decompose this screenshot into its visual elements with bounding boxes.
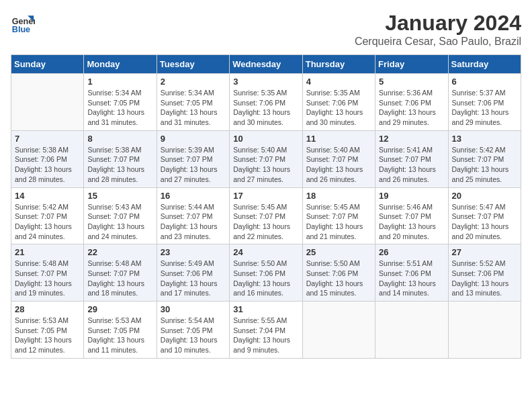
day-number: 11	[306, 134, 371, 144]
day-info: Sunrise: 5:35 AMSunset: 7:06 PMDaylight:…	[306, 88, 371, 128]
day-number: 26	[379, 247, 444, 257]
calendar-cell: 4Sunrise: 5:35 AMSunset: 7:06 PMDaylight…	[302, 74, 375, 131]
weekday-header: Friday	[375, 55, 448, 74]
day-number: 7	[15, 134, 80, 144]
calendar-cell: 28Sunrise: 5:53 AMSunset: 7:05 PMDayligh…	[11, 302, 84, 359]
day-number: 31	[233, 304, 298, 314]
page-header: General Blue January 2024 Cerqueira Cesa…	[11, 11, 521, 48]
day-number: 8	[87, 134, 152, 144]
day-number: 27	[452, 247, 517, 257]
calendar-cell: 26Sunrise: 5:51 AMSunset: 7:06 PMDayligh…	[375, 244, 448, 302]
day-number: 15	[87, 191, 152, 201]
day-info: Sunrise: 5:38 AMSunset: 7:07 PMDaylight:…	[87, 145, 152, 185]
day-number: 3	[233, 77, 298, 87]
day-info: Sunrise: 5:53 AMSunset: 7:05 PMDaylight:…	[15, 316, 80, 355]
calendar-cell: 16Sunrise: 5:44 AMSunset: 7:07 PMDayligh…	[157, 187, 229, 244]
calendar-cell	[448, 302, 521, 359]
calendar-cell: 25Sunrise: 5:50 AMSunset: 7:06 PMDayligh…	[302, 244, 375, 302]
weekday-header: Wednesday	[230, 55, 302, 74]
calendar-cell: 18Sunrise: 5:45 AMSunset: 7:07 PMDayligh…	[302, 187, 375, 244]
day-number: 13	[452, 134, 517, 144]
calendar-cell: 15Sunrise: 5:43 AMSunset: 7:07 PMDayligh…	[84, 187, 157, 244]
calendar-cell: 10Sunrise: 5:40 AMSunset: 7:07 PMDayligh…	[230, 130, 302, 187]
day-number: 23	[161, 247, 226, 257]
day-number: 28	[15, 304, 80, 314]
calendar-cell: 19Sunrise: 5:46 AMSunset: 7:07 PMDayligh…	[375, 187, 448, 244]
day-info: Sunrise: 5:39 AMSunset: 7:07 PMDaylight:…	[161, 145, 226, 185]
calendar-cell: 6Sunrise: 5:37 AMSunset: 7:06 PMDaylight…	[448, 74, 521, 131]
calendar-cell: 17Sunrise: 5:45 AMSunset: 7:07 PMDayligh…	[230, 187, 302, 244]
svg-text:Blue: Blue	[12, 25, 30, 34]
day-info: Sunrise: 5:43 AMSunset: 7:07 PMDaylight:…	[87, 202, 152, 242]
day-number: 9	[161, 134, 226, 144]
calendar-cell: 24Sunrise: 5:50 AMSunset: 7:06 PMDayligh…	[230, 244, 302, 302]
day-info: Sunrise: 5:48 AMSunset: 7:07 PMDaylight:…	[87, 259, 152, 298]
day-number: 29	[87, 304, 152, 314]
calendar-week-row: 28Sunrise: 5:53 AMSunset: 7:05 PMDayligh…	[11, 302, 521, 359]
title-block: January 2024 Cerqueira Cesar, Sao Paulo,…	[355, 11, 521, 48]
day-info: Sunrise: 5:52 AMSunset: 7:06 PMDaylight:…	[452, 259, 517, 298]
day-info: Sunrise: 5:50 AMSunset: 7:06 PMDaylight:…	[306, 259, 371, 298]
day-info: Sunrise: 5:53 AMSunset: 7:05 PMDaylight:…	[87, 316, 152, 355]
calendar-header-row: SundayMondayTuesdayWednesdayThursdayFrid…	[11, 55, 521, 74]
calendar-table: SundayMondayTuesdayWednesdayThursdayFrid…	[11, 54, 521, 359]
day-number: 21	[15, 247, 80, 257]
day-info: Sunrise: 5:36 AMSunset: 7:06 PMDaylight:…	[379, 88, 444, 128]
calendar-cell: 8Sunrise: 5:38 AMSunset: 7:07 PMDaylight…	[84, 130, 157, 187]
logo: General Blue	[11, 11, 35, 35]
calendar-cell: 2Sunrise: 5:34 AMSunset: 7:05 PMDaylight…	[157, 74, 229, 131]
calendar-cell: 5Sunrise: 5:36 AMSunset: 7:06 PMDaylight…	[375, 74, 448, 131]
page-subtitle: Cerqueira Cesar, Sao Paulo, Brazil	[355, 36, 521, 48]
day-info: Sunrise: 5:42 AMSunset: 7:07 PMDaylight:…	[452, 145, 517, 185]
day-info: Sunrise: 5:34 AMSunset: 7:05 PMDaylight:…	[87, 88, 152, 128]
day-info: Sunrise: 5:45 AMSunset: 7:07 PMDaylight:…	[233, 202, 298, 242]
day-number: 6	[452, 77, 517, 87]
day-number: 20	[452, 191, 517, 201]
day-number: 17	[233, 191, 298, 201]
day-number: 25	[306, 247, 371, 257]
logo-icon: General Blue	[11, 11, 35, 35]
calendar-cell: 7Sunrise: 5:38 AMSunset: 7:06 PMDaylight…	[11, 130, 84, 187]
calendar-week-row: 14Sunrise: 5:42 AMSunset: 7:07 PMDayligh…	[11, 187, 521, 244]
day-number: 16	[161, 191, 226, 201]
calendar-cell: 23Sunrise: 5:49 AMSunset: 7:06 PMDayligh…	[157, 244, 229, 302]
calendar-cell: 13Sunrise: 5:42 AMSunset: 7:07 PMDayligh…	[448, 130, 521, 187]
day-info: Sunrise: 5:37 AMSunset: 7:06 PMDaylight:…	[452, 88, 517, 128]
day-info: Sunrise: 5:49 AMSunset: 7:06 PMDaylight:…	[161, 259, 226, 298]
calendar-cell: 3Sunrise: 5:35 AMSunset: 7:06 PMDaylight…	[230, 74, 302, 131]
day-info: Sunrise: 5:50 AMSunset: 7:06 PMDaylight:…	[233, 259, 298, 298]
day-info: Sunrise: 5:34 AMSunset: 7:05 PMDaylight:…	[161, 88, 226, 128]
calendar-cell	[11, 74, 84, 131]
weekday-header: Tuesday	[157, 55, 229, 74]
day-info: Sunrise: 5:46 AMSunset: 7:07 PMDaylight:…	[379, 202, 444, 242]
weekday-header: Saturday	[448, 55, 521, 74]
day-info: Sunrise: 5:45 AMSunset: 7:07 PMDaylight:…	[306, 202, 371, 242]
day-number: 19	[379, 191, 444, 201]
calendar-cell: 29Sunrise: 5:53 AMSunset: 7:05 PMDayligh…	[84, 302, 157, 359]
calendar-cell: 30Sunrise: 5:54 AMSunset: 7:05 PMDayligh…	[157, 302, 229, 359]
day-number: 12	[379, 134, 444, 144]
day-info: Sunrise: 5:40 AMSunset: 7:07 PMDaylight:…	[233, 145, 298, 185]
calendar-week-row: 7Sunrise: 5:38 AMSunset: 7:06 PMDaylight…	[11, 130, 521, 187]
day-info: Sunrise: 5:55 AMSunset: 7:04 PMDaylight:…	[233, 316, 298, 355]
day-number: 2	[161, 77, 226, 87]
weekday-header: Sunday	[11, 55, 84, 74]
day-number: 1	[87, 77, 152, 87]
day-info: Sunrise: 5:42 AMSunset: 7:07 PMDaylight:…	[15, 202, 80, 242]
day-info: Sunrise: 5:38 AMSunset: 7:06 PMDaylight:…	[15, 145, 80, 185]
calendar-week-row: 1Sunrise: 5:34 AMSunset: 7:05 PMDaylight…	[11, 74, 521, 131]
day-info: Sunrise: 5:40 AMSunset: 7:07 PMDaylight:…	[306, 145, 371, 185]
calendar-cell: 21Sunrise: 5:48 AMSunset: 7:07 PMDayligh…	[11, 244, 84, 302]
weekday-header: Thursday	[302, 55, 375, 74]
day-info: Sunrise: 5:51 AMSunset: 7:06 PMDaylight:…	[379, 259, 444, 298]
day-info: Sunrise: 5:44 AMSunset: 7:07 PMDaylight:…	[161, 202, 226, 242]
day-number: 14	[15, 191, 80, 201]
calendar-cell: 31Sunrise: 5:55 AMSunset: 7:04 PMDayligh…	[230, 302, 302, 359]
calendar-cell: 22Sunrise: 5:48 AMSunset: 7:07 PMDayligh…	[84, 244, 157, 302]
day-number: 22	[87, 247, 152, 257]
day-number: 18	[306, 191, 371, 201]
weekday-header: Monday	[84, 55, 157, 74]
page-title: January 2024	[355, 11, 521, 36]
day-number: 10	[233, 134, 298, 144]
day-info: Sunrise: 5:54 AMSunset: 7:05 PMDaylight:…	[161, 316, 226, 355]
